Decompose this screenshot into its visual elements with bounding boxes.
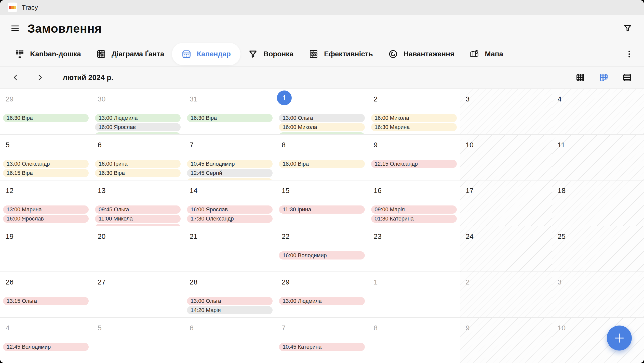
event-chip[interactable]: 13:15 Ольга (3, 297, 89, 305)
event-chip[interactable]: 16:30 Віра (3, 114, 89, 122)
event-chip[interactable]: 01:30 Катерина (371, 215, 457, 223)
day-number: 10 (466, 141, 474, 149)
load-icon (388, 49, 398, 59)
day-cell[interactable]: 710:45 Катерина (276, 317, 368, 363)
event-chip[interactable]: 13:00 Ольга (279, 114, 365, 122)
map-icon (469, 49, 479, 59)
next-month-button[interactable] (34, 72, 45, 83)
event-chip[interactable]: 16:30 Сергій (279, 132, 365, 134)
tab-funnel[interactable]: Воронка (240, 43, 301, 65)
day-cell[interactable]: 18 (552, 180, 644, 226)
day-cell[interactable]: 23 (368, 226, 460, 272)
day-cell[interactable]: 11 (552, 134, 644, 180)
day-cell[interactable]: 19 (0, 226, 92, 272)
event-chip[interactable]: 16:00 Микола (279, 123, 365, 131)
day-cell[interactable]: 20 (92, 226, 184, 272)
event-chip[interactable]: 12:45 Сергій (187, 169, 273, 177)
day-cell[interactable]: 2613:15 Ольга (0, 271, 92, 317)
day-cell[interactable]: 3116:30 Віра (184, 88, 276, 134)
add-event-button[interactable] (607, 326, 632, 351)
day-cell[interactable]: 17 (460, 180, 552, 226)
day-cell[interactable]: 6 (184, 317, 276, 363)
day-cell[interactable]: 1511:30 Ірина (276, 180, 368, 226)
day-cell[interactable]: 10 (460, 134, 552, 180)
day-cell[interactable]: 216:00 Микола16:30 Марина (368, 88, 460, 134)
event-chip[interactable]: 12:15 Олександр (371, 160, 457, 168)
day-cell[interactable]: 4 (552, 88, 644, 134)
day-cell[interactable]: 2916:30 Віра (0, 88, 92, 134)
event-chip[interactable]: 16:30 Віра (95, 169, 181, 177)
day-cell[interactable]: 513:00 Олександр16:15 Віра (0, 134, 92, 180)
day-cell[interactable]: 616:00 Ірина16:30 Віра (92, 134, 184, 180)
event-chip[interactable]: 13:00 Людмила (95, 114, 181, 122)
day-cell[interactable]: 24 (460, 226, 552, 272)
event-chip[interactable]: 16:00 Ірина (95, 160, 181, 168)
day-cell[interactable]: 912:15 Олександр (368, 134, 460, 180)
hamburger-menu-button[interactable] (9, 22, 21, 34)
event-chip[interactable]: 16:00 Ярослав (95, 123, 181, 131)
event-chip[interactable]: 12:45 Володимир (3, 343, 89, 351)
event-chip[interactable]: 16:30 Віра (187, 178, 273, 180)
event-chip[interactable]: 13:00 Ольга (187, 297, 273, 305)
event-chip[interactable]: 09:00 Марія (371, 205, 457, 214)
event-chip[interactable]: 13:00 Людмила (279, 297, 365, 305)
event-chip[interactable]: 16:30 Марина (371, 123, 457, 131)
tab-calendar[interactable]: Календар (172, 43, 240, 65)
event-chip[interactable]: 17:30 Олександр (187, 215, 273, 223)
day-number: 29 (6, 95, 14, 103)
event-chip[interactable]: 16:00 Ярослав (187, 205, 273, 214)
prev-month-button[interactable] (10, 72, 21, 83)
day-cell[interactable]: 113:00 Ольга16:00 Микола16:30 Сергій (276, 88, 368, 134)
day-cell[interactable]: 2 (460, 271, 552, 317)
funnel-icon (248, 49, 258, 59)
event-chip[interactable]: 10:45 Володимир (187, 160, 273, 168)
filter-button[interactable] (623, 23, 633, 33)
event-chip[interactable]: 16:30 Віра (187, 114, 273, 122)
agenda-view-button[interactable] (622, 72, 633, 83)
day-cell[interactable]: 1213:00 Марина16:00 Ярослав (0, 180, 92, 226)
day-cell[interactable]: 2813:00 Ольга14:20 Марія (184, 271, 276, 317)
day-cell[interactable]: 21 (184, 226, 276, 272)
day-cell[interactable]: 1309:45 Ольга11:00 Микола17:30 Катерина (92, 180, 184, 226)
tab-kanban[interactable]: Kanban-дошка (7, 43, 89, 65)
day-cell[interactable]: 2216:00 Володимир (276, 226, 368, 272)
event-chip[interactable]: 16:30 Олександр (95, 132, 181, 134)
day-cell[interactable]: 25 (552, 226, 644, 272)
day-cell[interactable]: 1 (368, 271, 460, 317)
event-chip[interactable]: 14:20 Марія (187, 306, 273, 314)
day-cell[interactable]: 818:00 Віра (276, 134, 368, 180)
day-cell[interactable]: 27 (92, 271, 184, 317)
event-chip[interactable]: 11:00 Микола (95, 215, 181, 223)
tab-map[interactable]: Мапа (462, 43, 511, 65)
event-chip[interactable]: 10:45 Катерина (279, 343, 365, 351)
day-cell[interactable]: 1416:00 Ярослав17:30 Олександр (184, 180, 276, 226)
day-cell[interactable]: 710:45 Володимир12:45 Сергій16:30 Віра (184, 134, 276, 180)
day-cell[interactable]: 2913:00 Людмила (276, 271, 368, 317)
day-number: 19 (6, 232, 14, 241)
event-chip[interactable]: 16:00 Микола (371, 114, 457, 122)
day-cell[interactable]: 412:45 Володимир (0, 317, 92, 363)
day-cell[interactable]: 8 (368, 317, 460, 363)
event-chip[interactable]: 16:15 Віра (3, 169, 89, 177)
tab-load[interactable]: Навантаження (381, 43, 462, 65)
event-chip[interactable]: 13:00 Олександр (3, 160, 89, 168)
event-chip[interactable]: 16:00 Ярослав (3, 215, 89, 223)
day-cell[interactable]: 3 (552, 271, 644, 317)
event-chip[interactable]: 18:00 Віра (279, 160, 365, 168)
event-chip[interactable]: 17:30 Катерина (95, 224, 181, 226)
event-chip[interactable]: 16:00 Володимир (279, 251, 365, 260)
day-cell[interactable]: 1609:00 Марія01:30 Катерина (368, 180, 460, 226)
event-chip[interactable]: 11:30 Ірина (279, 205, 365, 214)
split-view-button[interactable] (598, 72, 609, 83)
month-view-button[interactable] (575, 72, 586, 83)
day-cell[interactable]: 5 (92, 317, 184, 363)
tabs-overflow-button[interactable] (625, 49, 634, 59)
tab-efficiency[interactable]: Ефективність (301, 43, 381, 65)
tab-gantt[interactable]: Діаграма Ґанта (89, 43, 172, 65)
day-cell[interactable]: 3 (460, 88, 552, 134)
day-cell[interactable]: 9 (460, 317, 552, 363)
event-chip[interactable]: 13:00 Марина (3, 205, 89, 214)
event-chip[interactable]: 09:45 Ольга (95, 205, 181, 214)
day-cell[interactable]: 3013:00 Людмила16:00 Ярослав16:30 Олекса… (92, 88, 184, 134)
day-number: 9 (466, 324, 470, 332)
